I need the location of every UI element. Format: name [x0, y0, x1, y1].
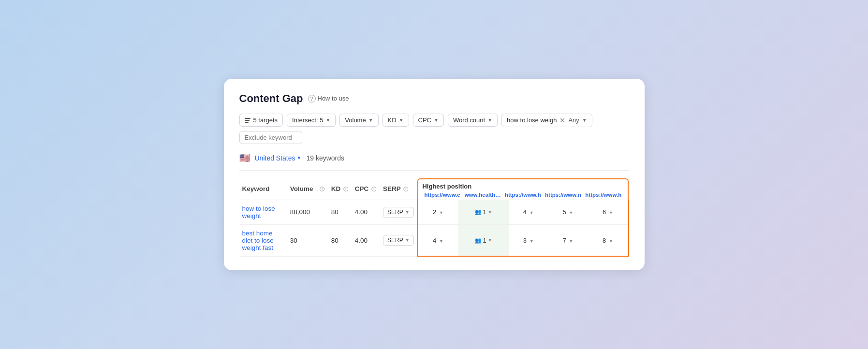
pos-cell-1-3: 7 ▼ [548, 224, 588, 256]
site-header-3[interactable]: https://www.n [543, 192, 583, 198]
site-header-4[interactable]: https://www.h [583, 192, 623, 198]
pos-dropdown-icon-1-4[interactable]: ▼ [609, 239, 613, 244]
word-count-arrow-icon: ▼ [487, 117, 492, 123]
word-count-label: Word count [453, 116, 485, 124]
serp-cell-1: SERP ▼ [380, 224, 417, 256]
keywords-count: 19 keywords [306, 154, 344, 162]
region-row: 🇺🇸 United States ▼ 19 keywords [239, 153, 629, 171]
ppl-icon-0-1: 👥 [475, 209, 482, 215]
intersect-button[interactable]: Intersect: 5 ▼ [287, 114, 336, 127]
targets-button[interactable]: 5 targets [239, 114, 283, 127]
ppl-icon-1-1: 👥 [475, 237, 482, 244]
pos-cell-0-2: 4 ▼ [509, 200, 548, 224]
pos-dropdown-icon-0-3[interactable]: ▼ [569, 210, 574, 215]
question-icon: ? [308, 95, 316, 102]
col-header-volume[interactable]: Volume ↓ ⓘ [287, 178, 328, 200]
content-gap-card: Content Gap ? How to use 5 targets Inter… [224, 79, 645, 271]
cpc-info-icon: ⓘ [371, 187, 376, 192]
keyword-cell-0: how to lose weight [239, 200, 287, 224]
keyword-cell-1: best home diet to lose weight fast [239, 224, 287, 256]
volume-cell-1: 30 [287, 224, 328, 256]
pos-value-1-0: 4 [433, 237, 436, 244]
col-header-highest-position: Highest position https://www.c www.healt… [417, 178, 628, 200]
serp-badge-0[interactable]: SERP ▼ [383, 207, 414, 218]
volume-cell-0: 88,000 [287, 200, 328, 224]
cpc-button[interactable]: CPC ▼ [413, 114, 444, 127]
cpc-label: CPC [418, 116, 431, 124]
kd-label: KD [388, 116, 397, 124]
us-flag-icon: 🇺🇸 [239, 153, 250, 163]
volume-sort-icon: ↓ ⓘ [316, 187, 324, 192]
region-arrow-icon: ▼ [297, 155, 302, 160]
table-row: how to lose weight 88,000 80 4.00 SERP [239, 200, 629, 224]
targets-icon [245, 118, 250, 123]
word-count-button[interactable]: Word count ▼ [448, 114, 498, 127]
serp-arrow-icon-0: ▼ [405, 210, 410, 215]
kd-cell-0: 80 [328, 200, 352, 224]
pos-value-0-4: 6 [603, 208, 606, 216]
pos-cell-1-4: 8 ▼ [588, 224, 628, 256]
kd-cell-1: 80 [328, 224, 352, 256]
keyword-link-1[interactable]: best home diet to lose weight fast [242, 230, 274, 251]
card-header: Content Gap ? How to use [239, 92, 629, 105]
col-header-cpc[interactable]: CPC ⓘ [352, 178, 380, 200]
volume-label: Volume [345, 116, 366, 124]
region-name: United States [255, 154, 295, 162]
pos-dropdown-icon-1-1[interactable]: ▼ [488, 238, 492, 243]
how-to-use-link[interactable]: ? How to use [308, 95, 349, 102]
pos-dropdown-icon-1-3[interactable]: ▼ [569, 239, 574, 244]
pos-dropdown-icon-0-4[interactable]: ▼ [609, 210, 613, 215]
cpc-cell-1: 4.00 [352, 224, 380, 256]
table-row: best home diet to lose weight fast 30 80… [239, 224, 629, 256]
serp-info-icon: ⓘ [403, 187, 408, 192]
pos-value-0-0: 2 [433, 208, 436, 216]
site-header-0[interactable]: https://www.c [422, 192, 462, 198]
col-header-serp[interactable]: SERP ⓘ [380, 178, 417, 200]
search-tag-clear-button[interactable]: ✕ [559, 116, 565, 124]
search-tag: how to lose weigh ✕ Any ▼ [501, 114, 592, 127]
site-header-1[interactable]: www.healthlin [463, 192, 503, 198]
volume-button[interactable]: Volume ▼ [339, 114, 378, 127]
how-to-use-label: How to use [318, 95, 349, 102]
pos-value-1-1: 1 [483, 237, 486, 244]
volume-arrow-icon: ▼ [368, 117, 373, 123]
pos-cell-1-2: 3 ▼ [509, 224, 548, 256]
kd-button[interactable]: KD ▼ [383, 114, 409, 127]
intersect-label: Intersect: 5 [292, 116, 323, 124]
intersect-arrow-icon: ▼ [325, 117, 330, 123]
pos-value-0-2: 4 [523, 208, 527, 216]
cpc-cell-0: 4.00 [352, 200, 380, 224]
pos-value-1-3: 7 [563, 237, 566, 244]
pos-dropdown-icon-0-2[interactable]: ▼ [530, 210, 534, 215]
kd-arrow-icon: ▼ [399, 117, 404, 123]
pos-value-1-4: 8 [603, 237, 606, 244]
site-headers: https://www.c www.healthlin https://www.… [422, 192, 623, 198]
col-header-keyword: Keyword [239, 178, 287, 200]
pos-cell-0-0: 2 ▼ [417, 200, 458, 224]
pos-dropdown-icon-1-0[interactable]: ▼ [439, 239, 443, 244]
toolbar: 5 targets Intersect: 5 ▼ Volume ▼ KD ▼ C… [239, 114, 629, 144]
exclude-keyword-input[interactable] [239, 131, 302, 144]
pos-value-1-2: 3 [523, 237, 527, 244]
results-table: Keyword Volume ↓ ⓘ KD ⓘ CPC ⓘ [239, 178, 629, 257]
serp-arrow-icon-1: ▼ [405, 238, 410, 243]
pos-dropdown-icon-0-0[interactable]: ▼ [439, 210, 443, 215]
results-table-wrapper: Keyword Volume ↓ ⓘ KD ⓘ CPC ⓘ [239, 178, 629, 257]
col-header-kd[interactable]: KD ⓘ [328, 178, 352, 200]
pos-dropdown-icon-1-2[interactable]: ▼ [530, 239, 534, 244]
kd-info-icon: ⓘ [343, 187, 348, 192]
site-header-2[interactable]: https://www.h [503, 192, 543, 198]
pos-cell-1-1: 👥 1 ▼ [458, 224, 508, 256]
pos-value-0-1: 1 [483, 208, 486, 216]
region-selector[interactable]: United States ▼ [255, 154, 302, 162]
serp-cell-0: SERP ▼ [380, 200, 417, 224]
search-tag-text: how to lose weigh [507, 116, 557, 124]
pos-dropdown-icon-0-1[interactable]: ▼ [488, 210, 492, 215]
serp-badge-1[interactable]: SERP ▼ [383, 235, 414, 246]
any-label: Any [568, 116, 579, 124]
pos-cell-1-0: 4 ▼ [417, 224, 458, 256]
any-arrow-icon: ▼ [582, 117, 587, 123]
keyword-link-0[interactable]: how to lose weight [242, 205, 275, 219]
cpc-arrow-icon: ▼ [434, 117, 439, 123]
highest-pos-title: Highest position [422, 183, 623, 190]
